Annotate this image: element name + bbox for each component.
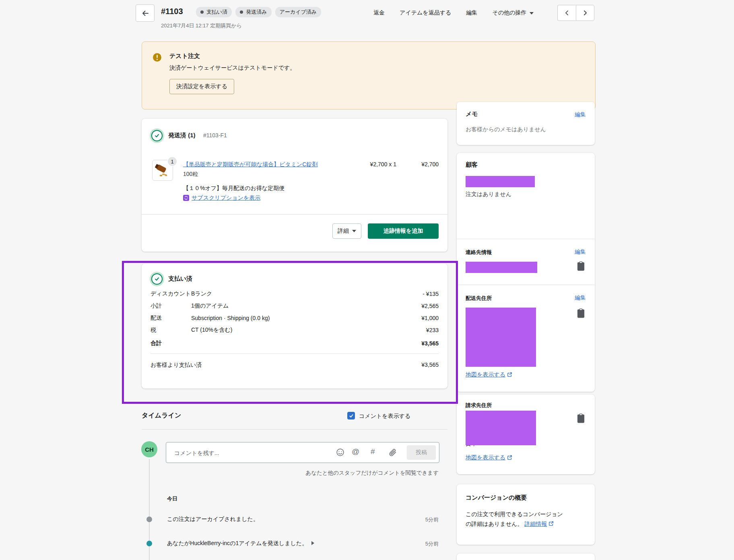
section-divider: [457, 285, 595, 285]
badge-paid: 支払い済: [196, 7, 232, 17]
badge-fulfilled: 発送済み: [235, 7, 271, 17]
page-title: #1103: [161, 7, 183, 16]
timeline-event-fulfilled[interactable]: あなたがHuckleBerry-incの1アイテムを発送しました。: [167, 540, 314, 547]
row-label: 税: [151, 326, 191, 334]
edit-action[interactable]: 編集: [466, 9, 477, 17]
emoji-icon[interactable]: [336, 448, 344, 457]
payment-divider: [151, 353, 439, 354]
attach-icon[interactable]: [388, 448, 397, 457]
fulfillment-id: #1103-F1: [203, 132, 227, 138]
more-actions-dropdown[interactable]: その他の操作: [492, 9, 534, 17]
add-tracking-button[interactable]: 追跡情報を追加: [368, 223, 439, 239]
fulfillment-divider: [142, 214, 447, 215]
quantity-badge: 1: [167, 156, 177, 167]
paid-check-icon: [151, 273, 163, 285]
back-button[interactable]: [136, 4, 155, 22]
more-actions-label: その他の操作: [492, 9, 526, 16]
prev-order-button[interactable]: [557, 5, 576, 21]
chevron-right-icon: [582, 10, 588, 16]
external-link-icon: [548, 521, 554, 526]
paid-dot-icon: [200, 10, 204, 14]
customer-name-redacted: [466, 176, 535, 187]
payment-row-shipping: 配送 Subscription · Shipping (0.0 kg) ¥1,0…: [151, 312, 439, 324]
payment-row-discount: ディスカウント Bランク - ¥135: [151, 288, 439, 300]
shipping-map-link[interactable]: 地図を表示する: [466, 371, 505, 378]
badge-paid-label: 支払い済: [206, 8, 227, 16]
notes-title: メモ: [466, 110, 478, 118]
badge-fulfilled-label: 発送済み: [246, 8, 267, 16]
contact-title: 連絡先情報: [466, 249, 492, 256]
order-date: 2021年7月4日 12:17 定期購買から: [161, 22, 242, 29]
fulfillment-card: 発送済 (1) #1103-F1 1 【単品販売と定期販売が可能な場合】ビタミン…: [142, 119, 447, 252]
total-amount: ¥3,565: [421, 340, 439, 347]
hashtag-icon[interactable]: #: [371, 447, 375, 456]
billing-address-redacted: [466, 411, 536, 445]
alert-icon: [153, 53, 162, 62]
paid-by-customer-amount: ¥3,565: [390, 362, 439, 368]
paid-by-customer-label: お客様より支払い済: [151, 362, 202, 369]
row-detail: 1個のアイテム: [191, 302, 421, 310]
product-thumbnail: 1: [152, 160, 173, 181]
timeline-event-archived: この注文はアーカイブされました。: [167, 516, 259, 523]
payment-title: 支払い済: [168, 275, 192, 283]
conversion-body: この注文で利用できるコンバージョンの詳細はありません。 詳細情報: [466, 509, 567, 529]
fulfilled-check-icon: [151, 130, 163, 141]
comment-input[interactable]: [173, 442, 328, 463]
notes-edit-link[interactable]: 編集: [575, 111, 586, 118]
details-dropdown-button[interactable]: 詳細: [332, 223, 361, 239]
show-comments-label: コメントを表示する: [359, 413, 410, 420]
show-comments-checkbox[interactable]: [347, 412, 355, 419]
mention-icon[interactable]: @: [352, 447, 359, 456]
copy-billing-button[interactable]: [577, 413, 585, 425]
timeline-date-group: 今日: [167, 495, 177, 502]
total-label: 合計: [151, 340, 191, 347]
row-amount: - ¥135: [423, 291, 439, 297]
row-label: 配送: [151, 314, 191, 322]
check-icon: [349, 413, 354, 418]
next-card-peek: [457, 554, 595, 560]
customer-title: 顧客: [466, 161, 478, 169]
badge-archived: アーカイブ済み: [275, 7, 322, 17]
banner-body: 決済ゲートウェイサービスはテストモードです。: [169, 64, 295, 72]
expand-caret-icon: [311, 541, 314, 545]
status-badges: 支払い済 発送済み アーカイブ済み: [196, 7, 321, 17]
timeline-title: タイムライン: [142, 411, 181, 420]
copy-shipping-button[interactable]: [577, 308, 585, 320]
comment-box: @ # 投稿: [166, 442, 439, 463]
post-comment-button[interactable]: 投稿: [407, 445, 436, 460]
copy-contact-button[interactable]: [577, 261, 585, 273]
row-detail: Bランク: [191, 290, 423, 298]
billing-map-link[interactable]: 地図を表示する: [466, 454, 505, 461]
payment-row-subtotal: 小計 1個のアイテム ¥2,565: [151, 300, 439, 312]
details-label: 詳細: [338, 227, 349, 235]
comment-visibility-note: あなたと他のスタッフだけがコメントを閲覧できます: [258, 469, 439, 477]
external-link-icon: [507, 372, 512, 377]
notes-card: メモ 編集 お客様からのメモはありません: [457, 102, 595, 145]
timeline-header-divider: [142, 429, 447, 430]
notes-empty-text: お客様からのメモはありません: [466, 126, 546, 133]
clipboard-icon: [577, 308, 585, 318]
payment-card: 支払い済 ディスカウント Bランク - ¥135 小計 1個のアイテム ¥2,5…: [142, 264, 447, 388]
event-text: あなたがHuckleBerry-incの1アイテムを発送しました。: [167, 540, 307, 546]
conversion-title: コンバージョンの概要: [466, 494, 527, 502]
view-payment-settings-button[interactable]: 決済設定を表示する: [169, 79, 234, 94]
order-detail-page: { "header": { "order_number": "#1103", "…: [0, 0, 734, 560]
row-amount: ¥2,565: [421, 303, 439, 309]
arrow-left-icon: [141, 9, 149, 17]
shipping-edit-link[interactable]: 編集: [575, 294, 586, 302]
next-order-button[interactable]: [576, 5, 594, 21]
details-caret-icon: [352, 230, 356, 232]
product-link[interactable]: 【単品販売と定期販売が可能な場合】ビタミンC錠剤: [183, 161, 318, 168]
view-subscription-link[interactable]: サブスクリプションを表示: [192, 194, 260, 202]
return-items-action[interactable]: アイテムを返品する: [400, 9, 451, 17]
shipping-address-redacted: [466, 308, 536, 367]
header-actions: 返金 アイテムを返品する 編集 その他の操作: [373, 9, 534, 17]
event-time: 5分前: [402, 516, 439, 523]
order-pager: [557, 5, 594, 21]
customer-orders-empty: 注文はありません: [466, 191, 511, 198]
fulfilled-dot-icon: [240, 10, 243, 14]
refund-action[interactable]: 返金: [373, 9, 385, 17]
contact-edit-link[interactable]: 編集: [575, 248, 586, 256]
event-dot: [146, 517, 152, 522]
conversion-learn-more-link[interactable]: 詳細情報: [524, 521, 547, 527]
